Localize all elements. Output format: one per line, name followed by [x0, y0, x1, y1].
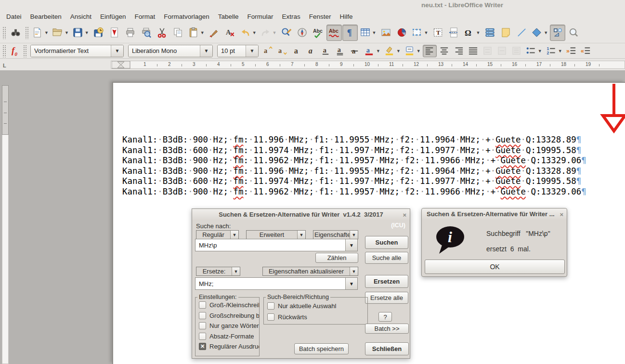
zoom-button[interactable] [566, 25, 581, 41]
menu-datei[interactable]: Datei [2, 12, 26, 22]
batch-button[interactable]: Batch >> [365, 324, 409, 334]
checkbox-nur-ganze-wörter[interactable] [199, 322, 206, 329]
indent-marker-icon[interactable] [112, 61, 131, 69]
insert-field-button[interactable] [482, 25, 497, 41]
menu-formatvorlagen[interactable]: Formatvorlagen [159, 12, 214, 22]
underline-button[interactable]: a [319, 45, 333, 57]
numbered-list-button[interactable]: 12▼ [544, 45, 564, 57]
menu-fenster[interactable]: Fenster [305, 12, 336, 22]
search-all-button[interactable]: Suche alle [365, 252, 408, 264]
find-and-replace-button[interactable] [279, 25, 294, 41]
chevron-down-icon[interactable]: ▼ [372, 30, 377, 35]
menu-format[interactable]: Format [130, 12, 159, 22]
vertical-ruler[interactable] [2, 85, 9, 135]
chevron-down-icon[interactable]: ▼ [273, 30, 277, 35]
highlighting-fo-button[interactable]: f0 [8, 45, 21, 57]
menu-extras[interactable]: Extras [278, 12, 305, 22]
insert-chart-button[interactable] [394, 25, 409, 41]
replace-history-dropdown-icon[interactable]: ▼ [345, 278, 357, 289]
align-justified-button[interactable] [466, 45, 480, 57]
extended-dropdown[interactable]: Erweitert ▼ [246, 230, 306, 239]
count-button[interactable]: Zählen [315, 253, 358, 263]
close-button[interactable]: Schließen [365, 342, 409, 355]
font-color-button[interactable]: a▼ [362, 45, 382, 57]
chevron-down-icon[interactable]: ▼ [544, 30, 548, 35]
search-input[interactable] [195, 239, 345, 251]
open-button[interactable]: ▼ [51, 25, 70, 41]
menu-ansicht[interactable]: Ansicht [66, 12, 96, 22]
insert-text-box-button[interactable]: T [430, 25, 445, 41]
toolbar-grip[interactable] [2, 26, 6, 39]
navigator-button[interactable] [295, 25, 310, 41]
replace-button[interactable]: Ersetzen [365, 275, 408, 288]
align-left-button[interactable] [423, 45, 437, 57]
insert-line-button[interactable] [514, 25, 529, 41]
save-button[interactable]: ▼ [71, 25, 91, 41]
find-toolbar-button[interactable] [8, 25, 23, 41]
font-size-input[interactable] [218, 45, 246, 57]
checkbox-nur-aktuelle-auswahl[interactable] [267, 302, 274, 310]
chevron-down-icon[interactable]: ▼ [350, 267, 358, 275]
copy-button[interactable] [170, 25, 186, 41]
chevron-down-icon[interactable]: ▼ [350, 231, 358, 239]
paragraph-style-input[interactable] [31, 45, 111, 57]
horizontal-ruler[interactable]: 12345678910111213141516171819 [111, 61, 625, 69]
formatting-marks-button[interactable]: ¶ [342, 25, 358, 41]
print-preview-button[interactable] [139, 25, 154, 41]
clear-formatting-button[interactable]: A [222, 25, 238, 41]
chevron-down-icon[interactable]: ▼ [476, 30, 480, 35]
batch-save-button[interactable]: Batch speichern [294, 343, 349, 354]
spacing-3-button[interactable] [509, 45, 523, 57]
highlight-color-button[interactable]: ▼ [382, 45, 402, 57]
tab-stop-selector-icon[interactable]: L [3, 63, 9, 68]
save-version-button[interactable] [91, 25, 106, 41]
search-button[interactable]: Suchen [365, 236, 408, 249]
font-name-input[interactable] [129, 45, 200, 57]
menu-hilfe[interactable]: Hilfe [336, 12, 357, 22]
print-button[interactable] [123, 25, 138, 41]
toolbar-grip[interactable] [23, 45, 26, 57]
cut-button[interactable] [155, 25, 170, 41]
insert-frame-button[interactable]: ▼ [410, 25, 430, 41]
decrease-indent-button[interactable]: « [579, 45, 593, 57]
menu-einfgen[interactable]: Einfügen [96, 12, 130, 22]
spacing-2-button[interactable] [495, 45, 509, 57]
update-properties-dropdown[interactable]: Eigenschaften aktualisierer ▼ [262, 267, 358, 276]
show-draw-functions-button[interactable] [550, 25, 565, 41]
toolbar-grip[interactable] [2, 45, 6, 57]
replace-all-button[interactable]: Ersetze alle [365, 292, 408, 304]
search-history-dropdown-icon[interactable]: ▼ [345, 239, 357, 251]
checkbox-regulärer-ausdruck[interactable]: ✕ [199, 343, 206, 350]
checkbox-großschreibung-beib[interactable] [199, 312, 206, 319]
chevron-down-icon[interactable]: ▼ [200, 30, 205, 35]
menu-tabelle[interactable]: Tabelle [214, 12, 243, 22]
chevron-down-icon[interactable]: ▼ [538, 49, 542, 53]
bullet-list-button[interactable]: ▼ [524, 45, 544, 57]
checkbox-groß-kleinschreibun[interactable] [199, 301, 206, 309]
align-center-button[interactable] [437, 45, 451, 57]
spelling-button[interactable]: Abc [311, 25, 326, 41]
bold-button[interactable]: a [290, 45, 304, 57]
auto-spellcheck-button[interactable]: Abc [326, 25, 342, 41]
help-button[interactable]: ? [378, 312, 392, 322]
spacing-1-button[interactable] [481, 45, 495, 57]
increase-indent-button[interactable]: » [564, 45, 578, 57]
properties-dropdown[interactable]: Eigenschaften ▼ [313, 230, 358, 239]
chevron-down-icon[interactable]: ▼ [252, 30, 257, 35]
regular-dropdown[interactable]: Regulär ▼ [196, 230, 239, 239]
chevron-down-icon[interactable]: ▼ [230, 231, 238, 239]
chevron-down-icon[interactable]: ▼ [417, 49, 421, 53]
chevron-down-icon[interactable]: ▼ [44, 30, 49, 35]
insert-table-button[interactable]: ▼ [358, 25, 378, 41]
insert-comment-button[interactable] [498, 25, 513, 41]
strikethrough-button[interactable]: a [348, 45, 362, 57]
special-character-button[interactable]: Ω▼ [462, 25, 482, 41]
new-document-button[interactable]: ▼ [30, 25, 50, 41]
paste-button[interactable]: ▼ [186, 25, 206, 41]
menu-bearbeiten[interactable]: Bearbeiten [26, 12, 66, 22]
info-dialog-close-icon[interactable]: × [560, 211, 563, 219]
insert-image-button[interactable] [378, 25, 393, 41]
undo-button[interactable]: ▼ [238, 25, 258, 41]
replace-input[interactable] [195, 278, 345, 289]
paragraph-style-dropdown-icon[interactable]: ▼ [111, 45, 123, 57]
